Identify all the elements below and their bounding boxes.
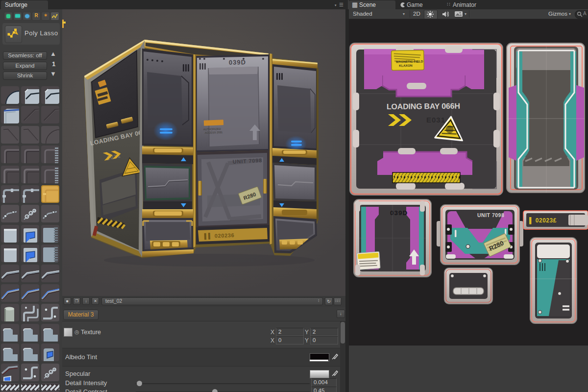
svg-text:MAGNETIC FIELD: MAGNETIC FIELD xyxy=(396,59,423,63)
svg-text:E031: E031 xyxy=(426,116,445,124)
svg-text:LOADING BAY 066H: LOADING BAY 066H xyxy=(387,102,460,111)
svg-text:▌ 02023₤: ▌ 02023₤ xyxy=(529,217,557,224)
svg-text:KLAXON: KLAXON xyxy=(399,64,413,67)
svg-text:ACCESS 2031: ACCESS 2031 xyxy=(205,131,223,134)
svg-text:UNIT 7098: UNIT 7098 xyxy=(477,212,504,218)
svg-text:AUTHORIZED: AUTHORIZED xyxy=(203,127,221,131)
